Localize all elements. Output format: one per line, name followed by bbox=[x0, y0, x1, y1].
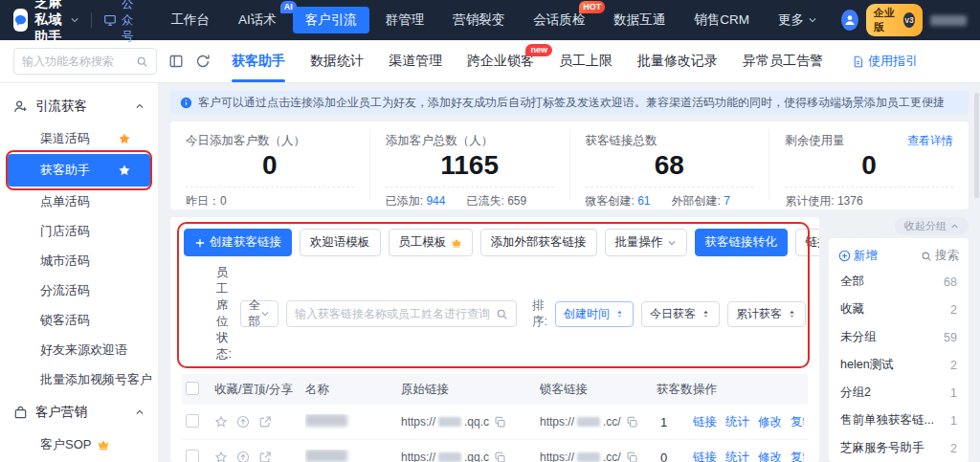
toolbar-button[interactable]: 欢迎语模板 bbox=[300, 229, 381, 256]
sidebar-section-header[interactable]: 客户营销 bbox=[8, 395, 150, 429]
topbar-menu-item[interactable]: 群管理 bbox=[373, 7, 437, 33]
subnav-tab[interactable]: 跨企业锁客new bbox=[467, 40, 534, 82]
share-icon[interactable] bbox=[258, 415, 272, 429]
group-item[interactable]: helen测试2 bbox=[838, 351, 959, 379]
sidebar-item[interactable]: 锁客活码 bbox=[8, 306, 150, 335]
plus-icon bbox=[194, 237, 206, 249]
acquire-count: 0 bbox=[657, 451, 693, 462]
sidebar-item[interactable]: 获客助手 bbox=[8, 154, 150, 187]
sidebar-item[interactable]: 城市活码 bbox=[8, 247, 150, 275]
usage-guide-link[interactable]: 使用指引 bbox=[852, 53, 918, 70]
topbar-menu-item[interactable]: 销售CRM bbox=[681, 7, 762, 33]
subnav-tab[interactable]: 渠道管理 bbox=[389, 40, 442, 82]
sidebar-item[interactable]: 门店活码 bbox=[8, 217, 150, 246]
toolbar-button[interactable]: 链接外用 bbox=[795, 229, 820, 256]
view-details-link[interactable]: 查看详情 bbox=[907, 133, 953, 149]
favorite-star-icon[interactable] bbox=[214, 451, 228, 462]
topbar-menu-item[interactable]: 工作台 bbox=[158, 7, 222, 33]
toolbar-button[interactable]: 创建获客链接 bbox=[184, 229, 292, 256]
search-icon bbox=[921, 251, 932, 262]
column-header: 原始链接 bbox=[401, 382, 540, 398]
group-item[interactable]: 收藏2 bbox=[838, 296, 959, 323]
subnav-tab[interactable]: 员工上限 bbox=[559, 40, 612, 82]
group-item[interactable]: 未分组59 bbox=[838, 323, 959, 351]
group-item[interactable]: 售前单独获客链...1 bbox=[838, 407, 959, 434]
sort-button[interactable]: 今日获客 bbox=[641, 301, 720, 327]
stat-title: 剩余使用量 bbox=[785, 133, 845, 149]
link-search-input[interactable]: 输入获客链接名称或员工姓名进行查询 bbox=[286, 300, 517, 327]
new-badge: new bbox=[525, 44, 552, 56]
refresh-icon[interactable] bbox=[195, 54, 211, 69]
topbar-menu-item[interactable]: 数据互通 bbox=[601, 7, 678, 33]
copy-icon[interactable] bbox=[626, 416, 638, 429]
topbar-menu-item[interactable]: 更多 bbox=[766, 7, 830, 33]
app-logo[interactable]: 芝麻私域助手 bbox=[13, 0, 79, 46]
row-checkbox[interactable] bbox=[186, 450, 199, 462]
stat-value: 1165 bbox=[386, 151, 554, 181]
topbar-menu-item[interactable]: 会话质检HOT bbox=[521, 7, 597, 33]
row-action-link[interactable]: 复制 bbox=[791, 450, 804, 462]
official-account-link[interactable]: 公众号 bbox=[103, 0, 134, 45]
group-item[interactable]: 芝麻服务号助手2 bbox=[838, 434, 959, 462]
divider bbox=[91, 12, 92, 28]
add-group-button[interactable]: 新增 bbox=[838, 248, 878, 264]
pin-top-icon[interactable] bbox=[236, 415, 250, 429]
row-action-link[interactable]: 统计 bbox=[725, 450, 749, 462]
row-action-link[interactable]: 链接 bbox=[693, 450, 717, 462]
select-all-checkbox[interactable] bbox=[186, 382, 199, 395]
toolbar-button[interactable]: 员工模板 bbox=[389, 229, 473, 256]
subnav-tab[interactable]: 数据统计 bbox=[310, 40, 364, 82]
group-search-button[interactable]: 搜索 bbox=[921, 248, 959, 264]
group-item[interactable]: 全部68 bbox=[838, 268, 959, 296]
copy-icon[interactable] bbox=[494, 451, 506, 462]
toolbar-buttons: 创建获客链接欢迎语模板员工模板添加外部获客链接批量操作获客链接转化链接外用分享指… bbox=[184, 229, 806, 256]
sidebar-section-header[interactable]: 引流获客 bbox=[8, 89, 150, 123]
subnav-tab[interactable]: 获客助手 bbox=[232, 40, 285, 82]
share-icon[interactable] bbox=[258, 451, 272, 462]
subnav-tab[interactable]: 异常员工告警 bbox=[743, 40, 823, 82]
stats-cards: 今日添加客户数（人） 0 昨日：0 添加客户总数（人） 1165 已添加: 94… bbox=[170, 121, 969, 209]
sort-button[interactable]: 累计获客 bbox=[727, 301, 806, 327]
row-action-link[interactable]: 复制 bbox=[791, 414, 804, 430]
sidebar-item[interactable]: 渠道活码 bbox=[8, 124, 150, 153]
seat-status-select[interactable]: 全部 bbox=[240, 300, 279, 327]
scrollbar-thumb[interactable] bbox=[974, 93, 979, 198]
topbar-menu-item[interactable]: 营销裂变 bbox=[440, 7, 517, 33]
sidebar-item[interactable]: 分流活码 bbox=[8, 276, 150, 305]
toolbar-button[interactable]: 批量操作 bbox=[605, 229, 687, 256]
sidebar-item[interactable]: 批量添加视频号客户 bbox=[8, 365, 150, 394]
info-icon bbox=[180, 97, 192, 109]
account-area[interactable]: 企业版 v3 bbox=[841, 4, 967, 36]
toolbar-button[interactable]: 获客链接转化 bbox=[695, 229, 788, 256]
group-item[interactable]: 分组21 bbox=[838, 379, 959, 407]
avatar bbox=[841, 10, 858, 31]
sort-button[interactable]: 创建时间 bbox=[555, 301, 634, 327]
sort-label: 排序: bbox=[532, 297, 547, 330]
sidebar-item[interactable]: 客户SOP bbox=[8, 430, 150, 459]
sort-carets-icon bbox=[787, 309, 797, 319]
toolbar-button[interactable]: 添加外部获客链接 bbox=[480, 229, 597, 256]
panel-layout-icon[interactable] bbox=[168, 54, 184, 69]
stat-title: 添加客户总数（人） bbox=[386, 133, 494, 149]
row-action-link[interactable]: 修改 bbox=[758, 414, 782, 430]
subnav-tab[interactable]: 批量修改记录 bbox=[637, 40, 718, 82]
masked-link-name bbox=[305, 450, 347, 462]
function-search-input[interactable]: 输入功能名称搜索 bbox=[13, 48, 157, 75]
sidebar-item[interactable]: 点单活码 bbox=[8, 187, 150, 216]
topbar-menu-item[interactable]: 客户引流 bbox=[293, 7, 369, 33]
copy-icon[interactable] bbox=[626, 451, 638, 462]
collapse-groups-tag[interactable]: 收起分组 bbox=[895, 217, 969, 235]
search-icon bbox=[496, 308, 508, 320]
topbar-menu-item[interactable]: AI话术AI bbox=[226, 7, 289, 33]
masked-username bbox=[930, 15, 967, 26]
row-action-link[interactable]: 链接 bbox=[693, 414, 717, 430]
edition-badge: 企业版 v3 bbox=[866, 4, 923, 36]
row-action-link[interactable]: 统计 bbox=[725, 414, 749, 430]
copy-icon[interactable] bbox=[494, 416, 506, 429]
row-action-link[interactable]: 修改 bbox=[758, 450, 782, 462]
pin-top-icon[interactable] bbox=[236, 451, 250, 462]
row-checkbox[interactable] bbox=[186, 414, 199, 428]
stat-value: 0 bbox=[186, 151, 354, 181]
favorite-star-icon[interactable] bbox=[214, 415, 228, 429]
sidebar-item[interactable]: 好友来源欢迎语 bbox=[8, 336, 150, 364]
